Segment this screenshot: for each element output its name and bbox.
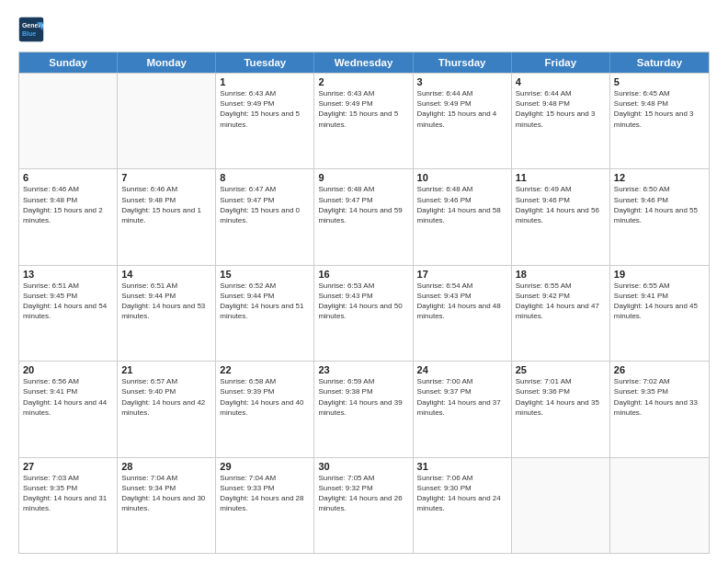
logo: General Blue bbox=[18, 17, 46, 42]
header: General Blue bbox=[18, 17, 710, 42]
cell-info: Sunrise: 7:03 AM Sunset: 9:35 PM Dayligh… bbox=[23, 473, 113, 514]
calendar-cell: 5Sunrise: 6:45 AM Sunset: 9:48 PM Daylig… bbox=[610, 74, 709, 168]
cell-info: Sunrise: 6:50 AM Sunset: 9:46 PM Dayligh… bbox=[614, 184, 705, 225]
day-number: 21 bbox=[121, 364, 211, 375]
cell-info: Sunrise: 6:55 AM Sunset: 9:41 PM Dayligh… bbox=[614, 281, 705, 322]
logo-icon: General Blue bbox=[18, 17, 44, 42]
cell-info: Sunrise: 7:04 AM Sunset: 9:34 PM Dayligh… bbox=[121, 473, 211, 514]
svg-rect-0 bbox=[19, 17, 43, 41]
day-number: 22 bbox=[220, 364, 310, 375]
calendar-day-header: Thursday bbox=[414, 52, 512, 73]
calendar-cell: 20Sunrise: 6:56 AM Sunset: 9:41 PM Dayli… bbox=[19, 362, 118, 456]
cell-info: Sunrise: 6:53 AM Sunset: 9:43 PM Dayligh… bbox=[318, 281, 408, 322]
cell-info: Sunrise: 6:44 AM Sunset: 9:49 PM Dayligh… bbox=[417, 88, 507, 130]
calendar-cell: 21Sunrise: 6:57 AM Sunset: 9:40 PM Dayli… bbox=[118, 362, 216, 456]
calendar-row: 20Sunrise: 6:56 AM Sunset: 9:41 PM Dayli… bbox=[19, 361, 709, 456]
cell-info: Sunrise: 6:58 AM Sunset: 9:39 PM Dayligh… bbox=[220, 376, 310, 418]
calendar-cell: 31Sunrise: 7:06 AM Sunset: 9:30 PM Dayli… bbox=[414, 458, 512, 553]
day-number: 4 bbox=[516, 76, 606, 87]
calendar-body: 1Sunrise: 6:43 AM Sunset: 9:49 PM Daylig… bbox=[19, 73, 709, 553]
day-number: 2 bbox=[318, 76, 408, 87]
day-number: 20 bbox=[23, 364, 113, 375]
day-number: 18 bbox=[516, 269, 606, 280]
day-number: 9 bbox=[318, 172, 408, 183]
calendar-cell: 18Sunrise: 6:55 AM Sunset: 9:42 PM Dayli… bbox=[512, 266, 610, 361]
day-number: 24 bbox=[417, 364, 507, 375]
day-number: 15 bbox=[220, 269, 310, 280]
calendar-cell: 17Sunrise: 6:54 AM Sunset: 9:43 PM Dayli… bbox=[414, 266, 512, 361]
cell-info: Sunrise: 7:01 AM Sunset: 9:36 PM Dayligh… bbox=[516, 376, 606, 418]
calendar-cell: 28Sunrise: 7:04 AM Sunset: 9:34 PM Dayli… bbox=[118, 458, 216, 553]
cell-info: Sunrise: 7:05 AM Sunset: 9:32 PM Dayligh… bbox=[318, 473, 408, 514]
calendar-cell: 1Sunrise: 6:43 AM Sunset: 9:49 PM Daylig… bbox=[216, 74, 314, 168]
calendar-cell bbox=[19, 74, 118, 168]
cell-info: Sunrise: 6:45 AM Sunset: 9:48 PM Dayligh… bbox=[614, 88, 705, 130]
day-number: 23 bbox=[318, 364, 408, 375]
cell-info: Sunrise: 6:43 AM Sunset: 9:49 PM Dayligh… bbox=[318, 88, 408, 130]
cell-info: Sunrise: 6:46 AM Sunset: 9:48 PM Dayligh… bbox=[23, 184, 113, 225]
calendar-day-header: Saturday bbox=[610, 52, 709, 73]
calendar-cell: 3Sunrise: 6:44 AM Sunset: 9:49 PM Daylig… bbox=[414, 74, 512, 168]
cell-info: Sunrise: 6:44 AM Sunset: 9:48 PM Dayligh… bbox=[516, 88, 606, 130]
calendar-cell: 29Sunrise: 7:04 AM Sunset: 9:33 PM Dayli… bbox=[216, 458, 314, 553]
calendar-day-header: Friday bbox=[512, 52, 610, 73]
calendar-cell: 25Sunrise: 7:01 AM Sunset: 9:36 PM Dayli… bbox=[512, 362, 610, 456]
cell-info: Sunrise: 6:59 AM Sunset: 9:38 PM Dayligh… bbox=[318, 376, 408, 418]
calendar-cell: 27Sunrise: 7:03 AM Sunset: 9:35 PM Dayli… bbox=[19, 458, 118, 553]
day-number: 27 bbox=[23, 461, 113, 472]
day-number: 12 bbox=[614, 172, 705, 183]
day-number: 14 bbox=[121, 269, 211, 280]
cell-info: Sunrise: 6:55 AM Sunset: 9:42 PM Dayligh… bbox=[516, 281, 606, 322]
calendar-cell bbox=[512, 458, 610, 553]
day-number: 6 bbox=[23, 172, 113, 183]
calendar-cell: 15Sunrise: 6:52 AM Sunset: 9:44 PM Dayli… bbox=[216, 266, 314, 361]
page: General Blue SundayMondayTuesdayWednesda… bbox=[0, 0, 728, 563]
calendar-cell: 24Sunrise: 7:00 AM Sunset: 9:37 PM Dayli… bbox=[414, 362, 512, 456]
calendar-cell: 23Sunrise: 6:59 AM Sunset: 9:38 PM Dayli… bbox=[314, 362, 413, 456]
calendar-day-header: Sunday bbox=[19, 52, 118, 73]
calendar-cell: 13Sunrise: 6:51 AM Sunset: 9:45 PM Dayli… bbox=[19, 266, 118, 361]
day-number: 26 bbox=[614, 364, 705, 375]
calendar-row: 27Sunrise: 7:03 AM Sunset: 9:35 PM Dayli… bbox=[19, 457, 709, 553]
day-number: 25 bbox=[516, 364, 606, 375]
calendar-cell: 7Sunrise: 6:46 AM Sunset: 9:48 PM Daylig… bbox=[118, 169, 216, 264]
calendar-cell bbox=[118, 74, 216, 168]
calendar-cell: 30Sunrise: 7:05 AM Sunset: 9:32 PM Dayli… bbox=[314, 458, 413, 553]
day-number: 29 bbox=[220, 461, 310, 472]
day-number: 13 bbox=[23, 269, 113, 280]
cell-info: Sunrise: 6:48 AM Sunset: 9:46 PM Dayligh… bbox=[417, 184, 507, 225]
cell-info: Sunrise: 7:00 AM Sunset: 9:37 PM Dayligh… bbox=[417, 376, 507, 418]
day-number: 7 bbox=[121, 172, 211, 183]
calendar-day-header: Wednesday bbox=[314, 52, 413, 73]
day-number: 30 bbox=[318, 461, 408, 472]
calendar-row: 13Sunrise: 6:51 AM Sunset: 9:45 PM Dayli… bbox=[19, 265, 709, 361]
day-number: 17 bbox=[417, 269, 507, 280]
cell-info: Sunrise: 6:56 AM Sunset: 9:41 PM Dayligh… bbox=[23, 376, 113, 418]
calendar-cell: 8Sunrise: 6:47 AM Sunset: 9:47 PM Daylig… bbox=[216, 169, 314, 264]
calendar-cell: 9Sunrise: 6:48 AM Sunset: 9:47 PM Daylig… bbox=[314, 169, 413, 264]
calendar-day-header: Monday bbox=[118, 52, 216, 73]
calendar-cell: 22Sunrise: 6:58 AM Sunset: 9:39 PM Dayli… bbox=[216, 362, 314, 456]
calendar-cell: 6Sunrise: 6:46 AM Sunset: 9:48 PM Daylig… bbox=[19, 169, 118, 264]
cell-info: Sunrise: 7:04 AM Sunset: 9:33 PM Dayligh… bbox=[220, 473, 310, 514]
calendar-cell: 11Sunrise: 6:49 AM Sunset: 9:46 PM Dayli… bbox=[512, 169, 610, 264]
svg-text:Blue: Blue bbox=[22, 30, 36, 37]
day-number: 1 bbox=[220, 76, 310, 87]
day-number: 10 bbox=[417, 172, 507, 183]
calendar-cell bbox=[610, 458, 709, 553]
day-number: 31 bbox=[417, 461, 507, 472]
calendar-cell: 10Sunrise: 6:48 AM Sunset: 9:46 PM Dayli… bbox=[414, 169, 512, 264]
cell-info: Sunrise: 6:47 AM Sunset: 9:47 PM Dayligh… bbox=[220, 184, 310, 225]
cell-info: Sunrise: 6:54 AM Sunset: 9:43 PM Dayligh… bbox=[417, 281, 507, 322]
cell-info: Sunrise: 6:43 AM Sunset: 9:49 PM Dayligh… bbox=[220, 88, 310, 130]
calendar-day-header: Tuesday bbox=[216, 52, 314, 73]
calendar-row: 6Sunrise: 6:46 AM Sunset: 9:48 PM Daylig… bbox=[19, 168, 709, 264]
day-number: 3 bbox=[417, 76, 507, 87]
cell-info: Sunrise: 6:57 AM Sunset: 9:40 PM Dayligh… bbox=[121, 376, 211, 418]
cell-info: Sunrise: 6:48 AM Sunset: 9:47 PM Dayligh… bbox=[318, 184, 408, 225]
day-number: 8 bbox=[220, 172, 310, 183]
day-number: 28 bbox=[121, 461, 211, 472]
cell-info: Sunrise: 6:52 AM Sunset: 9:44 PM Dayligh… bbox=[220, 281, 310, 322]
calendar-cell: 26Sunrise: 7:02 AM Sunset: 9:35 PM Dayli… bbox=[610, 362, 709, 456]
calendar-cell: 4Sunrise: 6:44 AM Sunset: 9:48 PM Daylig… bbox=[512, 74, 610, 168]
